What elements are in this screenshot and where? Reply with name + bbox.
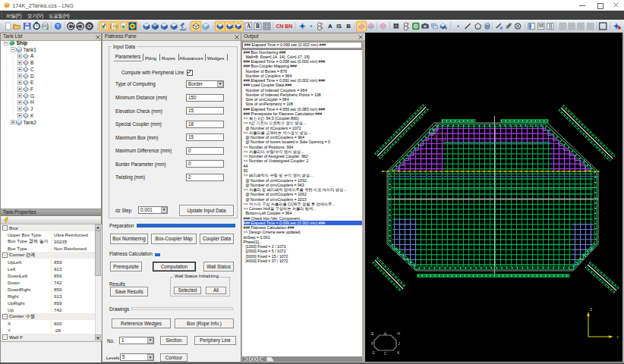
svg-text:Tank1: Tank1 <box>24 47 37 52</box>
svg-text:B: B <box>256 23 260 30</box>
svg-text:CN: CN <box>276 24 284 29</box>
svg-text:B: B <box>30 60 33 65</box>
svg-text:C: C <box>30 67 34 72</box>
svg-text:?: ? <box>56 24 59 29</box>
svg-text:J: J <box>30 106 33 111</box>
svg-text:Tank2: Tank2 <box>24 120 37 125</box>
svg-text:G: G <box>30 93 34 99</box>
svg-text:Z: Z <box>590 307 592 312</box>
svg-text:H: H <box>397 331 400 336</box>
svg-text:D: D <box>30 74 34 79</box>
svg-text:Ship: Ship <box>17 40 28 46</box>
svg-text:E: E <box>30 80 34 85</box>
svg-text:G: G <box>372 350 375 355</box>
svg-text:A: A <box>30 53 34 58</box>
svg-text:A: A <box>247 23 251 30</box>
svg-text:C: C <box>384 351 387 356</box>
svg-text:F: F <box>30 86 33 92</box>
svg-text:BN: BN <box>285 24 292 29</box>
svg-text:K: K <box>30 113 34 118</box>
svg-text:H: H <box>30 99 34 105</box>
svg-text:B: B <box>346 23 351 30</box>
svg-text:F: F <box>371 341 373 346</box>
svg-text:IS: IS <box>336 24 342 29</box>
svg-text:A: A <box>328 23 332 30</box>
svg-text:R: R <box>500 27 503 30</box>
